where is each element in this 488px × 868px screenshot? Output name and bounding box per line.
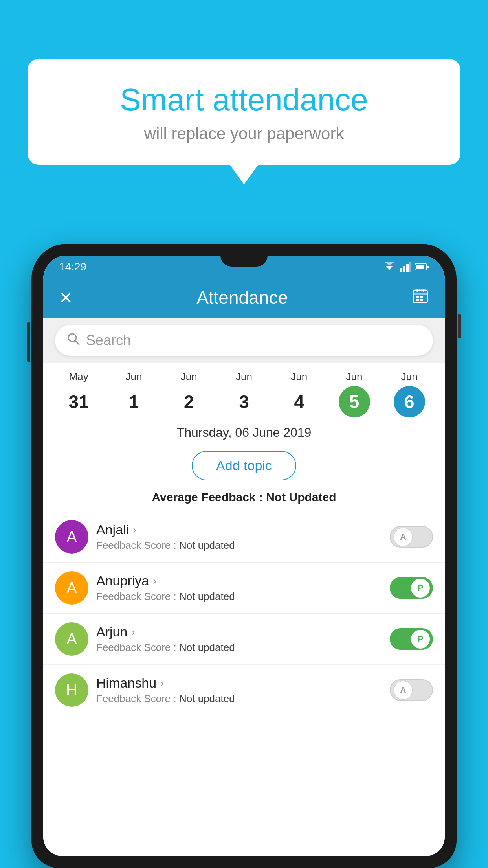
student-info: Anupriya ›Feedback Score : Not updated (96, 573, 382, 603)
toggle-container[interactable]: P (390, 577, 433, 599)
svg-rect-4 (406, 264, 409, 272)
student-info: Anjali ›Feedback Score : Not updated (96, 522, 382, 552)
svg-rect-7 (416, 265, 424, 269)
bubble-subtitle: will replace your paperwork (51, 124, 437, 143)
svg-line-18 (75, 340, 79, 344)
battery-icon (415, 263, 429, 271)
svg-rect-13 (416, 296, 419, 298)
svg-rect-3 (403, 266, 405, 272)
cal-date: 4 (283, 386, 315, 417)
feedback-score: Feedback Score : Not updated (96, 590, 382, 603)
student-name: Anupriya › (96, 573, 382, 588)
toggle-knob: A (394, 681, 413, 700)
svg-rect-14 (420, 296, 423, 298)
side-button-left (27, 322, 30, 362)
calendar-day[interactable]: Jun5 (339, 371, 370, 417)
attendance-toggle[interactable]: A (390, 526, 433, 548)
student-item[interactable]: AArjun ›Feedback Score : Not updatedP (43, 613, 445, 664)
student-item[interactable]: AAnjali ›Feedback Score : Not updatedA (43, 511, 445, 562)
selected-date-label: Thursday, 06 June 2019 (43, 417, 445, 448)
toggle-knob: P (411, 579, 430, 598)
student-name: Himanshu › (96, 675, 382, 691)
phone-notch (220, 256, 268, 267)
student-avatar: A (55, 520, 88, 554)
calendar-day[interactable]: May31 (63, 371, 94, 417)
svg-rect-8 (427, 266, 429, 268)
status-time: 14:29 (59, 261, 86, 273)
phone-frame: 14:29 (31, 244, 457, 868)
student-avatar: A (55, 571, 88, 605)
search-container: Search (43, 318, 445, 363)
cal-month: May (69, 371, 88, 383)
cal-date: 2 (173, 386, 205, 417)
avg-feedback-value: Not Updated (266, 491, 336, 504)
cal-month: Jun (125, 371, 142, 383)
search-placeholder: Search (86, 332, 131, 349)
status-icons (383, 262, 429, 272)
cal-date: 1 (118, 386, 149, 417)
add-topic-button[interactable]: Add topic (192, 451, 296, 480)
attendance-toggle[interactable]: P (390, 577, 433, 599)
cal-date: 3 (228, 386, 260, 417)
speech-bubble: Smart attendance will replace your paper… (28, 59, 460, 165)
average-feedback: Average Feedback : Not Updated (43, 487, 445, 511)
cal-date: 6 (394, 386, 425, 417)
search-bar[interactable]: Search (55, 325, 433, 356)
student-info: Himanshu ›Feedback Score : Not updated (96, 675, 382, 705)
app-bar: ✕ Attendance (43, 277, 445, 318)
calendar-day[interactable]: Jun6 (394, 371, 425, 417)
student-avatar: A (55, 622, 88, 656)
chevron-icon: › (131, 626, 135, 638)
feedback-score: Feedback Score : Not updated (96, 642, 382, 654)
calendar-day[interactable]: Jun2 (173, 371, 205, 417)
cal-month: Jun (236, 371, 252, 383)
svg-rect-5 (409, 262, 411, 272)
svg-marker-1 (385, 262, 394, 265)
toggle-knob: P (411, 630, 430, 649)
student-info: Arjun ›Feedback Score : Not updated (96, 624, 382, 654)
cal-month: Jun (346, 371, 363, 383)
svg-rect-2 (400, 268, 402, 272)
cal-month: Jun (291, 371, 307, 383)
feedback-score: Feedback Score : Not updated (96, 539, 382, 552)
attendance-toggle[interactable]: A (390, 679, 433, 701)
chevron-icon: › (133, 524, 136, 536)
student-list: AAnjali ›Feedback Score : Not updatedAAA… (43, 511, 445, 856)
signal-icon (400, 262, 411, 272)
student-name: Arjun › (96, 624, 382, 640)
calendar-day[interactable]: Jun3 (228, 371, 260, 417)
cal-date: 31 (63, 386, 94, 417)
avg-feedback-label: Average Feedback : (152, 491, 262, 504)
calendar-day[interactable]: Jun4 (283, 371, 315, 417)
app-bar-title: Attendance (196, 287, 288, 308)
speech-bubble-container: Smart attendance will replace your paper… (28, 59, 460, 165)
cal-month: Jun (181, 371, 197, 383)
feedback-score: Feedback Score : Not updated (96, 693, 382, 705)
wifi-icon (383, 262, 396, 272)
student-avatar: H (55, 673, 88, 707)
student-item[interactable]: HHimanshu ›Feedback Score : Not updatedA (43, 664, 445, 715)
close-icon[interactable]: ✕ (59, 288, 73, 307)
toggle-knob: A (394, 528, 413, 546)
side-button-right (458, 314, 461, 338)
student-item[interactable]: AAnupriya ›Feedback Score : Not updatedP (43, 562, 445, 613)
svg-marker-0 (386, 266, 393, 270)
student-name: Anjali › (96, 522, 382, 537)
attendance-toggle[interactable]: P (390, 628, 433, 650)
chevron-icon: › (160, 677, 164, 690)
svg-rect-15 (416, 299, 419, 301)
content-area: Search May31Jun1Jun2Jun3Jun4Jun5Jun6 Thu… (43, 318, 445, 856)
toggle-container[interactable]: A (390, 526, 433, 548)
toggle-container[interactable]: A (390, 679, 433, 701)
toggle-container[interactable]: P (390, 628, 433, 650)
calendar-icon[interactable] (412, 287, 429, 308)
svg-rect-16 (420, 299, 423, 301)
cal-month: Jun (401, 371, 418, 383)
bubble-title: Smart attendance (51, 83, 437, 117)
cal-date: 5 (339, 386, 370, 417)
calendar-day[interactable]: Jun1 (118, 371, 149, 417)
calendar-row: May31Jun1Jun2Jun3Jun4Jun5Jun6 (43, 363, 445, 417)
search-icon (67, 332, 80, 349)
chevron-icon: › (153, 575, 156, 587)
phone-screen: 14:29 (43, 256, 445, 856)
